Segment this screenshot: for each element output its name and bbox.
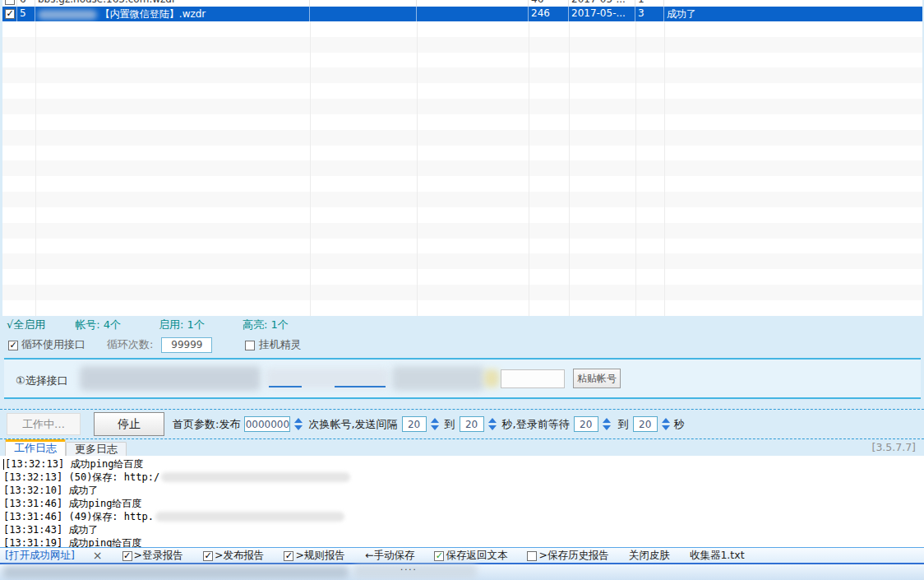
table-empty-row[interactable] [2,83,922,99]
rule-report-checkbox[interactable]: ✓ [284,551,293,561]
table-empty-row[interactable] [2,99,922,114]
bottom-toolbar: [打开成功网址] × ✓ >登录报告 ✓ >发布报告 ✓ >规则报告 ←手动保存… [0,547,924,564]
publish-report-label: >发布报告 [215,549,264,563]
close-skin-button[interactable]: 关闭皮肤 [629,549,670,563]
row-date: 2017-05-... [569,7,635,21]
manual-save-button[interactable]: ←手动保存 [365,549,414,563]
open-success-urls-link[interactable]: [打开成功网址] [5,549,75,563]
account-stat: 帐号: 4个 [75,318,121,332]
loop-count-input[interactable] [161,337,212,353]
rule-report-option[interactable]: ✓ >规则报告 [284,549,344,563]
hangup-checkbox[interactable] [245,341,255,350]
table-grid-line [417,21,418,316]
redacted-block [80,366,261,391]
spin-down-icon[interactable] [603,425,611,430]
tab-more-log[interactable]: 更多日志 [66,442,127,456]
table-empty-row[interactable] [2,192,922,207]
spin-down-icon[interactable] [431,425,439,430]
redacted-block [484,369,499,387]
interval-from-input[interactable] [402,416,427,432]
row-num: 1 [635,0,664,7]
table-empty-row[interactable] [2,253,922,269]
results-table: 6 bbs.gz.house.163.com.wzdr 46 2017-05-.… [2,0,922,316]
row-index: 6 [17,0,35,7]
table-row-partial[interactable]: 6 bbs.gz.house.163.com.wzdr 46 2017-05-.… [2,0,922,7]
interface-select-groupbox: ①选择接口 粘贴帐号 [4,358,921,399]
paste-accounts-button[interactable]: 粘贴帐号 [573,369,621,388]
table-empty-row[interactable] [2,160,922,176]
table-empty-row[interactable] [2,176,922,192]
publish-count-input[interactable] [244,416,290,432]
run-controls-row: 工作中… 停止 首页参数:发布 次换帐号,发送间隔 到 秒,登录前等待 到 秒 [0,409,924,439]
stop-button[interactable]: 停止 [94,412,164,436]
spinner-control[interactable] [603,418,611,430]
save-return-text-checkbox[interactable]: ✓ [434,551,444,561]
row-date: 2017-05-... [569,0,635,7]
table-empty-row[interactable] [2,37,922,53]
table-empty-row[interactable] [2,130,922,146]
login-report-option[interactable]: ✓ >登录报告 [122,549,183,563]
working-button[interactable]: 工作中… [7,413,81,435]
table-empty-row[interactable] [2,285,922,300]
table-empty-row[interactable] [2,53,922,68]
save-history-checkbox[interactable] [527,551,537,561]
interface-input[interactable] [501,369,565,388]
row-checkbox[interactable] [5,0,15,5]
table-empty-row[interactable] [2,67,922,83]
lower-panel: √全启用 帐号: 4个启用: 1个高亮: 1个 ✓ 循环使用接口 循环次数: 挂… [0,316,924,580]
account-stats: 帐号: 4个启用: 1个高亮: 1个 [75,318,288,332]
input-underline [269,386,302,387]
wait-from-input[interactable] [574,416,598,432]
enable-all-toggle[interactable]: √全启用 [7,318,45,332]
publish-report-option[interactable]: ✓ >发布报告 [203,549,264,563]
work-log-output[interactable]: [13:32:13] 成功ping给百度 [13:32:13] (50)保存: … [0,456,924,547]
spin-down-icon[interactable] [662,425,670,430]
window-bottom-strip: .... [0,564,924,580]
spin-down-icon[interactable] [294,425,303,430]
spin-up-icon[interactable] [662,418,670,423]
publish-report-checkbox[interactable]: ✓ [203,551,213,561]
interval-to-input[interactable] [460,416,484,432]
spinner-control[interactable] [662,418,670,430]
spinner-control[interactable] [431,418,439,430]
save-history-label: >保存历史报告 [538,549,608,563]
table-empty-row[interactable] [2,146,922,161]
log-line: [13:32:13] (50)保存: http:/ [3,471,924,484]
spin-down-icon[interactable] [488,425,497,430]
row-checkbox-checked[interactable]: ✓ [5,9,15,19]
publish-params-label: 首页参数:发布 [173,417,240,432]
spinner-control[interactable] [294,418,303,430]
row-index: 5 [17,7,35,21]
loop-interface-checkbox[interactable]: ✓ [8,341,18,350]
loop-settings-row: ✓ 循环使用接口 循环次数: 挂机精灵 [8,336,301,354]
row-count: 246 [529,7,569,21]
table-row-selected[interactable]: ✓ 5 【内置微信登陆】.wzdr 246 2017-05-... 3 成功了 [2,7,922,21]
login-report-checkbox[interactable]: ✓ [122,551,132,561]
table-empty-row[interactable] [2,21,922,37]
save-history-option[interactable]: >保存历史报告 [527,549,608,563]
wait-to-input[interactable] [633,416,658,432]
table-empty-row[interactable] [2,207,922,223]
login-report-label: >登录报告 [134,549,183,563]
table-empty-row[interactable] [2,223,922,239]
spinner-control[interactable] [488,418,497,430]
spin-up-icon[interactable] [294,418,303,423]
table-grid-line [310,21,311,316]
results-table-body[interactable] [2,21,922,316]
interface-select-label: ①选择接口 [16,374,68,388]
table-empty-row[interactable] [2,269,922,285]
log-line: [13:31:46] 成功ping给百度 [3,497,924,510]
table-empty-row[interactable] [2,239,922,254]
table-empty-row[interactable] [2,114,922,130]
text-caret [3,459,4,470]
redacted-block [3,566,349,578]
row-status: 成功了 [664,7,699,21]
save-return-text-option[interactable]: ✓ 保存返回文本 [434,549,507,563]
table-empty-row[interactable] [2,300,922,316]
close-icon[interactable]: × [93,549,103,562]
spin-up-icon[interactable] [488,418,497,423]
spin-up-icon[interactable] [603,418,611,423]
tab-work-log[interactable]: 工作日志 [5,439,66,456]
spin-up-icon[interactable] [431,418,439,423]
redacted-text [38,10,97,20]
